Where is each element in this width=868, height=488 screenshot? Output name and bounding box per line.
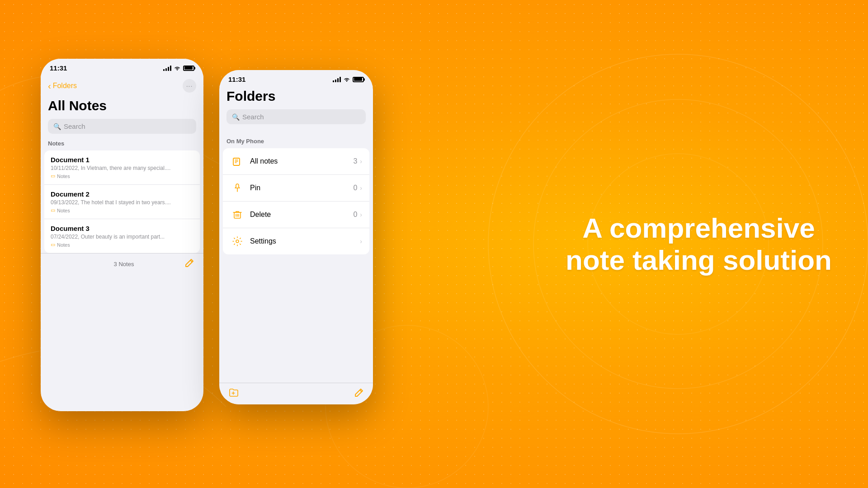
note-folder-label-2: Notes [57,208,70,213]
phone-folders: 11:31 Folders [219,70,373,404]
hero-line2: note taking solution [566,244,832,276]
folders-list: On My Phone All notes 3 › [219,131,373,254]
phones-container: 11:31 [18,0,402,488]
search-placeholder-2: Search [242,113,264,121]
note-item-1[interactable]: Document 1 10/11/2022, In Vietnam, there… [44,150,200,185]
search-bar-2[interactable]: 🔍 Search [226,109,366,124]
chevron-right-icon-pin: › [360,184,362,192]
status-bar-1: 11:31 [41,59,203,75]
folder-name-all-notes: All notes [250,157,353,165]
folder-count-all-notes: 3 [353,157,357,165]
note-preview-3: 07/24/2022, Outer beauty is an important… [51,234,193,240]
search-icon-1: 🔍 [53,123,61,130]
back-button-1[interactable]: ‹ Folders [48,81,77,90]
note-preview-2: 09/13/2022, The hotel that I stayed in t… [51,199,193,206]
chevron-right-icon-settings: › [360,238,362,245]
settings-icon [230,234,245,249]
note-folder-1: ▭ Notes [51,173,193,179]
folder-item-delete[interactable]: Delete 0 › [223,202,369,228]
folder-item-pin[interactable]: Pin 0 › [223,175,369,202]
wifi-icon-1 [174,66,181,71]
folder-count-delete: 0 [353,211,357,219]
folder-item-all-notes[interactable]: All notes 3 › [223,148,369,175]
status-icons-1 [163,66,194,71]
delete-icon [230,207,245,222]
note-title-2: Document 2 [51,190,193,198]
compose-button-2[interactable] [354,388,364,400]
note-folder-label-3: Notes [57,242,70,248]
note-folder-2: ▭ Notes [51,207,193,213]
page-title-2: Folders [219,87,373,109]
hero-text-container: A comprehensive note taking solution [566,212,832,277]
back-label-1: Folders [53,82,77,90]
folders-section-header: On My Phone [219,131,373,148]
folder-icon-note-2: ▭ [51,207,55,213]
search-bar-1[interactable]: 🔍 Search [48,119,196,134]
nav-bar-1: ‹ Folders ··· [41,75,203,96]
svg-point-6 [236,240,239,243]
note-item-3[interactable]: Document 3 07/24/2022, Outer beauty is a… [44,219,200,253]
phone-all-notes: 11:31 [41,59,203,411]
hero-line1: A comprehensive [582,212,815,244]
more-button-1[interactable]: ··· [183,79,196,93]
notes-count-label: 3 Notes [63,261,184,267]
signal-icon-2 [333,77,341,82]
folder-icon-note-1: ▭ [51,173,55,179]
chevron-right-icon-delete: › [360,211,362,218]
hero-title: A comprehensive note taking solution [566,212,832,277]
folder-name-delete: Delete [250,211,353,219]
wifi-icon-2 [343,77,350,82]
folder-item-settings[interactable]: Settings › [223,228,369,254]
note-title-1: Document 1 [51,156,193,164]
bottom-bar-1: 3 Notes [41,253,203,275]
time-1: 11:31 [50,64,67,72]
bottom-bar-2 [219,383,373,404]
folder-name-settings: Settings [250,237,360,245]
note-folder-3: ▭ Notes [51,242,193,248]
pin-icon [230,181,245,195]
battery-icon-1 [183,66,194,71]
folder-name-pin: Pin [250,184,353,192]
battery-icon-2 [353,77,364,82]
page-title-1: All Notes [41,96,203,119]
folder-count-pin: 0 [353,184,357,192]
note-folder-label-1: Notes [57,174,70,179]
note-title-3: Document 3 [51,225,193,232]
status-bar-2: 11:31 [219,70,373,87]
note-preview-1: 10/11/2022, In Vietnam, there are many s… [51,165,193,171]
signal-icon-1 [163,66,171,71]
more-icon-1: ··· [186,82,193,89]
all-notes-icon [230,154,245,169]
chevron-right-icon-all-notes: › [360,158,362,165]
status-icons-2 [333,77,364,82]
compose-button-1[interactable] [184,258,194,270]
chevron-left-icon-1: ‹ [48,81,51,90]
folder-icon-note-3: ▭ [51,242,55,248]
svg-rect-4 [233,158,240,165]
notes-section-header: Notes [41,140,203,150]
search-placeholder-1: Search [64,122,85,130]
note-item-2[interactable]: Document 2 09/13/2022, The hotel that I … [44,185,200,219]
search-icon-2: 🔍 [232,113,240,121]
notes-list: Document 1 10/11/2022, In Vietnam, there… [44,150,200,253]
time-2: 11:31 [228,75,245,83]
folder-plus-button[interactable] [228,388,238,400]
